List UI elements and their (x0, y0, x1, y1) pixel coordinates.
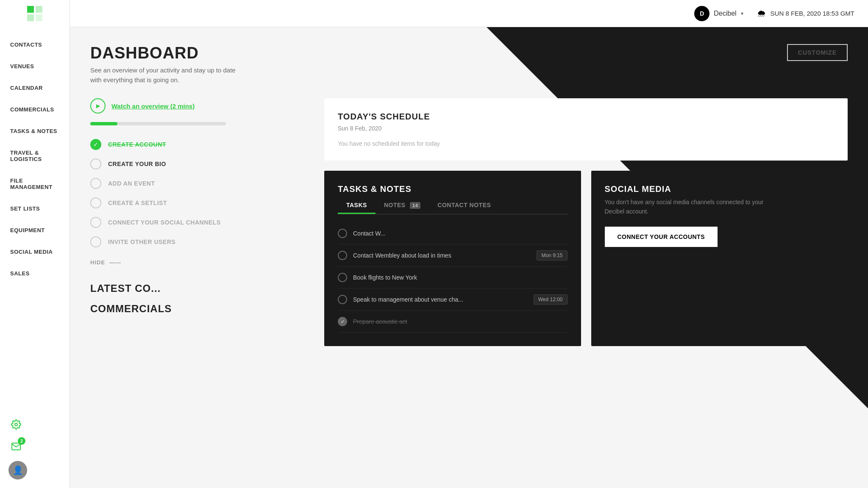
logo-area (0, 0, 70, 27)
sidebar-nav: CONTACTS VENUES CALENDAR COMMERCIALS TAS… (0, 27, 70, 284)
task-check-5[interactable]: ✓ (338, 317, 347, 326)
tab-notes-label: NOTES (384, 202, 406, 208)
settings-button[interactable] (8, 417, 24, 432)
task-check-4[interactable] (338, 295, 347, 304)
left-column: ▶ Watch an overview (2 mins) ✓ CREATE AC… (90, 98, 311, 346)
sidebar-item-social-media[interactable]: SOCIAL MEDIA (0, 241, 70, 263)
header-left (0, 0, 70, 27)
schedule-date: Sun 8 Feb, 2020 (338, 125, 834, 132)
dashboard-title-area: DASHBOARD See an overview of your activi… (90, 44, 236, 85)
hide-dash-icon: —— (109, 259, 121, 266)
latest-contacts-section: LATEST CO... (90, 283, 311, 294)
mail-button[interactable]: 2 (8, 439, 24, 454)
subtitle-line1: See an overview of your activity and sta… (90, 67, 236, 74)
chevron-down-icon: ▾ (741, 11, 743, 17)
task-item-3: Book flights to New York (338, 267, 568, 288)
sidebar-item-file-management[interactable]: FILE MANAGEMENT (0, 170, 70, 198)
progress-bar-fill (90, 122, 117, 125)
svg-point-4 (15, 423, 17, 426)
task-text-1: Contact W... (353, 230, 568, 237)
main-content: DASHBOARD See an overview of your activi… (70, 27, 868, 488)
user-dropdown[interactable]: D Decibel ▾ (694, 6, 743, 21)
tab-notes[interactable]: NOTES 14 (376, 197, 429, 214)
checklist-item-connect-social[interactable]: CONNECT YOUR SOCIAL CHANNELS (90, 217, 311, 228)
tab-contact-notes[interactable]: Contact NOTES (429, 197, 499, 214)
tab-tasks[interactable]: TASKS (338, 197, 376, 214)
schedule-panel: TODAY'S SCHEDULE Sun 8 Feb, 2020 You hav… (324, 98, 848, 161)
gear-icon (11, 419, 21, 430)
svg-rect-0 (27, 6, 34, 13)
checklist-item-create-account[interactable]: ✓ CREATE ACCOUNT (90, 139, 311, 150)
sidebar-item-commercials[interactable]: COMMERCIALS (0, 99, 70, 120)
check-icon-event (90, 178, 101, 189)
social-title: SOCIAL MEDIA (605, 184, 835, 194)
checklist-item-add-event[interactable]: ADD AN EVENT (90, 178, 311, 189)
sidebar-item-equipment[interactable]: EQUIPMENT (0, 219, 70, 241)
social-panel: SOCIAL MEDIA You don't have any social m… (591, 171, 848, 346)
sidebar-item-set-lists[interactable]: SET LISTS (0, 198, 70, 219)
check-icon-done: ✓ (90, 139, 101, 150)
mail-badge: 2 (18, 437, 25, 445)
checklist: ✓ CREATE ACCOUNT CREATE YOUR BIO ADD AN … (90, 139, 311, 247)
commercials-section: COMMERCIALS (90, 303, 311, 315)
header: D Decibel ▾ 🌧 SUN 8 FEB, 2020 18:53 GMT (0, 0, 868, 27)
checklist-label-invite-users: INVITE OTHER USERS (108, 238, 175, 245)
task-badge-2: Mon 9:15 (537, 250, 567, 261)
subtitle-line2: with everything that is going on. (90, 76, 179, 83)
social-description: You don't have any social media channels… (605, 197, 835, 216)
sidebar-item-travel[interactable]: TRAVEL & LOGISTICS (0, 142, 70, 170)
sidebar-item-calendar[interactable]: CALENDAR (0, 77, 70, 99)
checklist-item-create-setlist[interactable]: CREATE A SETLIST (90, 197, 311, 208)
datetime-display: SUN 8 FEB, 2020 18:53 GMT (771, 10, 854, 17)
task-badge-4: Wed 12:00 (534, 294, 568, 305)
tasks-panel: TASKS & NOTES TASKS NOTES 14 Contact NOT… (324, 171, 581, 346)
customize-button[interactable]: CUSTOMIZE (787, 44, 848, 61)
watch-link[interactable]: Watch an overview (2 mins) (111, 103, 195, 110)
dashboard-subtitle: See an overview of your activity and sta… (90, 66, 236, 85)
notes-count: 14 (410, 202, 420, 209)
task-item-1: Contact W... (338, 223, 568, 244)
sidebar-item-tasks-notes[interactable]: TASKS & NOTES (0, 120, 70, 142)
main-layout: CONTACTS VENUES CALENDAR COMMERCIALS TAS… (0, 27, 868, 488)
watch-area: ▶ Watch an overview (2 mins) (90, 98, 311, 114)
hide-label: HIDE (90, 259, 105, 266)
checklist-label-create-account: CREATE ACCOUNT (108, 141, 166, 148)
dashboard-header: DASHBOARD See an overview of your activi… (90, 44, 848, 85)
social-desc-line2: Decibel account. (605, 208, 649, 215)
schedule-title: TODAY'S SCHEDULE (338, 112, 834, 122)
sidebar-item-sales[interactable]: SALES (0, 263, 70, 284)
sidebar-item-contacts[interactable]: CONTACTS (0, 34, 70, 55)
content-grid: ▶ Watch an overview (2 mins) ✓ CREATE AC… (90, 98, 848, 346)
check-icon-invite (90, 236, 101, 247)
svg-rect-3 (36, 14, 42, 21)
sidebar-item-venues[interactable]: VENUES (0, 55, 70, 77)
tasks-title: TASKS & NOTES (338, 184, 568, 194)
checklist-label-add-event: ADD AN EVENT (108, 180, 155, 187)
right-column: TODAY'S SCHEDULE Sun 8 Feb, 2020 You hav… (324, 98, 848, 346)
sidebar: CONTACTS VENUES CALENDAR COMMERCIALS TAS… (0, 27, 70, 488)
svg-rect-1 (36, 6, 42, 13)
user-name: Decibel (714, 10, 736, 17)
checklist-label-create-setlist: CREATE A SETLIST (108, 200, 167, 206)
checklist-item-invite-users[interactable]: INVITE OTHER USERS (90, 236, 311, 247)
checklist-label-create-bio: CREATE YOUR BIO (108, 161, 166, 167)
header-right: D Decibel ▾ 🌧 SUN 8 FEB, 2020 18:53 GMT (694, 6, 854, 21)
task-check-1[interactable] (338, 229, 347, 238)
check-icon-setlist (90, 197, 101, 208)
bottom-panels: TASKS & NOTES TASKS NOTES 14 Contact NOT… (324, 171, 848, 346)
checklist-item-create-bio[interactable]: CREATE YOUR BIO (90, 158, 311, 169)
task-item-2: Contact Wembley about load in times Mon … (338, 244, 568, 267)
task-text-2: Contact Wembley about load in times (353, 252, 531, 259)
weather-area: 🌧 SUN 8 FEB, 2020 18:53 GMT (757, 8, 854, 19)
task-check-3[interactable] (338, 273, 347, 282)
hide-row[interactable]: HIDE —— (90, 259, 311, 266)
task-text-3: Book flights to New York (353, 274, 568, 281)
connect-accounts-button[interactable]: CONNECT YOUR ACCOUNTS (605, 227, 718, 247)
user-avatar-sidebar[interactable]: 👤 (8, 461, 27, 480)
task-check-2[interactable] (338, 251, 347, 260)
play-button[interactable]: ▶ (90, 98, 106, 114)
latest-contacts-title: LATEST CO... (90, 283, 311, 294)
check-icon-social (90, 217, 101, 228)
task-item-5: ✓ Prepare acoustic set (338, 311, 568, 333)
page-title: DASHBOARD (90, 44, 236, 62)
